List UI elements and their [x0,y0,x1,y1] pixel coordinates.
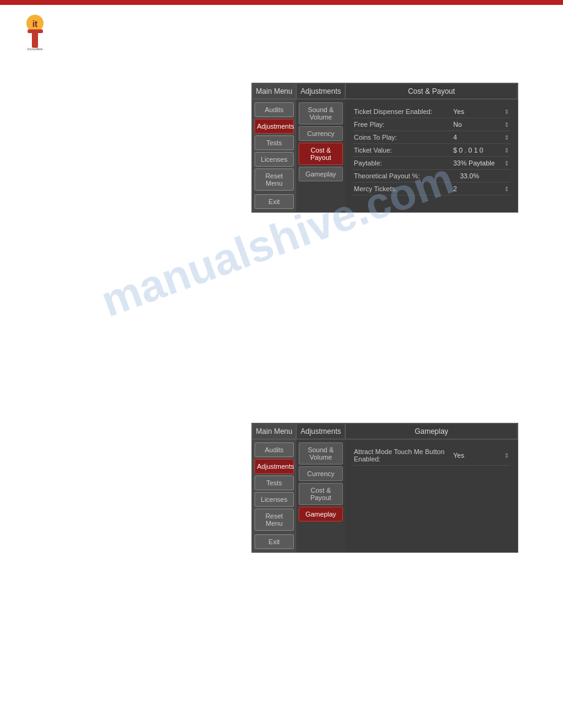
panel2-nav-reset-menu[interactable]: Reset Menu [255,509,294,531]
panel2: Main Menu Adjustments Gameplay Audits Ad… [251,423,518,553]
panel2-title-row: Main Menu Adjustments Gameplay [252,423,518,439]
panel1-submenu-cost-payout[interactable]: Cost & Payout [299,143,343,165]
panel1-nav-adjustments[interactable]: Adjustments [255,119,294,134]
panel1-adjustments-header: Adjustments [296,83,345,99]
top-bar [0,0,563,5]
panel1-submenu-currency[interactable]: Currency [299,126,343,141]
scroll-icon-4[interactable]: ⇕ [504,160,509,167]
panel2-adjustments-header: Adjustments [296,423,345,439]
panel2-nav-licenses[interactable]: Licenses [255,492,294,507]
setting-ticket-value: Ticket Value: $ 0 . 0 1 0 ⇕ [353,144,510,157]
setting-free-play: Free Play: No ⇕ [353,118,510,131]
panel1-body: Audits Adjustments Tests Licenses Reset … [252,99,518,212]
panel2-submenu-gameplay[interactable]: Gameplay [299,507,343,521]
panel1-nav-reset-menu[interactable]: Reset Menu [255,169,294,191]
panel2-nav-tests[interactable]: Tests [255,476,294,490]
svg-text:it: it [33,19,38,29]
scroll-icon-6[interactable]: ⇕ [504,186,509,192]
it-logo: it incredible TECHNOLOGIES [18,12,52,52]
svg-text:TECHNOLOGIES: TECHNOLOGIES [23,51,47,52]
panel1-submenu-sound-volume[interactable]: Sound & Volume [299,102,343,124]
scroll-icon-2[interactable]: ⇕ [504,134,509,141]
setting-theoretical-payout: Theoretical Payout %: 33.0% [353,170,510,183]
panel1-nav-col: Audits Adjustments Tests Licenses Reset … [252,99,296,212]
panel2-submenu-cost-payout[interactable]: Cost & Payout [299,483,343,505]
panel2-gameplay-header: Gameplay [345,423,518,439]
logo-area: it incredible TECHNOLOGIES [18,12,52,54]
panel2-nav-exit[interactable]: Exit [255,534,294,549]
panel2-body: Audits Adjustments Tests Licenses Reset … [252,439,518,552]
panel2-submenu-currency[interactable]: Currency [299,466,343,481]
panel1-wrapper: Main Menu Adjustments Cost & Payout Audi… [251,83,518,213]
scroll-icon-3[interactable]: ⇕ [504,147,509,154]
panel2-main-menu-header: Main Menu [252,423,296,439]
scroll-icon-0[interactable]: ⇕ [504,108,509,115]
panel1-nav-licenses[interactable]: Licenses [255,152,294,167]
panel1: Main Menu Adjustments Cost & Payout Audi… [251,83,518,213]
panel2-nav-adjustments[interactable]: Adjustments [255,459,294,474]
panel2-nav-col: Audits Adjustments Tests Licenses Reset … [252,439,296,552]
panel1-nav-tests[interactable]: Tests [255,135,294,150]
panel1-content-col: Ticket Dispenser Enabled: Yes ⇕ Free Pla… [345,99,518,212]
panel1-submenu-col: Sound & Volume Currency Cost & Payout Ga… [296,99,345,212]
panel2-submenu-sound-volume[interactable]: Sound & Volume [299,442,343,464]
panel1-main-menu-header: Main Menu [252,83,296,99]
panel1-title-row: Main Menu Adjustments Cost & Payout [252,83,518,99]
panel2-nav-audits[interactable]: Audits [255,442,294,457]
panel2-content-col: Attract Mode Touch Me Button Enabled: Ye… [345,439,518,552]
panel1-cost-payout-header: Cost & Payout [345,83,518,99]
panel2-submenu-col: Sound & Volume Currency Cost & Payout Ga… [296,439,345,552]
panel1-submenu-gameplay[interactable]: Gameplay [299,167,343,181]
panel1-nav-audits[interactable]: Audits [255,102,294,117]
panel1-nav-exit[interactable]: Exit [255,194,294,209]
svg-text:incredible: incredible [27,47,43,51]
setting-mercy-tickets: Mercy Tickets: 2 ⇕ [353,183,510,195]
setting-ticket-dispenser: Ticket Dispenser Enabled: Yes ⇕ [353,105,510,118]
scroll-icon-attract[interactable]: ⇕ [504,452,509,459]
svg-rect-2 [28,29,43,33]
setting-paytable: Paytable: 33% Paytable ⇕ [353,157,510,170]
setting-coins-to-play: Coins To Play: 4 ⇕ [353,131,510,144]
setting-attract-mode: Attract Mode Touch Me Button Enabled: Ye… [353,446,510,466]
scroll-icon-1[interactable]: ⇕ [504,121,509,128]
panel2-wrapper: Main Menu Adjustments Gameplay Audits Ad… [251,423,518,553]
